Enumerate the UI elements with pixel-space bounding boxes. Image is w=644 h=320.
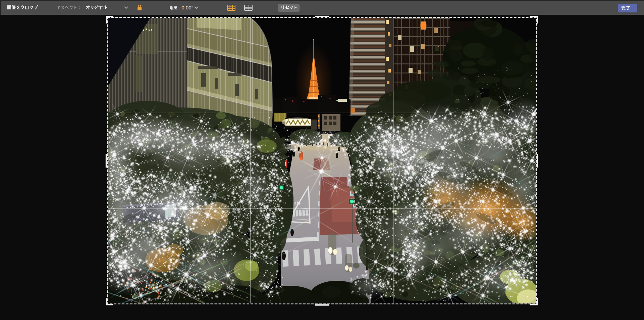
svg-text:: 0.00°: : 0.00° bbox=[179, 5, 194, 10]
